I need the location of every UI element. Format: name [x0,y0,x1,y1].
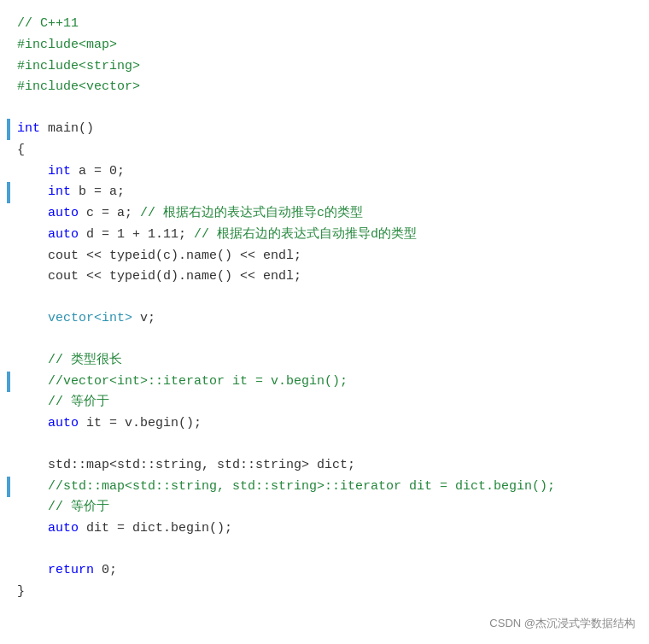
line-text: //vector<int>::iterator it = v.begin(); [17,372,348,393]
code-line: // 类型很长 [7,350,635,372]
line-text: auto dit = dict.begin(); [17,518,232,540]
code-line: auto it = v.begin(); [7,413,635,435]
code-container: // C++11#include<map>#include<string>#in… [0,0,649,644]
code-line [7,98,635,119]
code-line [7,540,635,560]
line-text: // C++11 [17,14,79,35]
code-line: //std::map<std::string, std::string>::it… [7,477,635,498]
code-block: // C++11#include<map>#include<string>#in… [0,9,649,607]
code-line: cout << typeid(d).name() << endl; [7,266,635,288]
line-text: int a = 0; [17,161,125,183]
line-text: cout << typeid(c).name() << endl; [17,246,301,267]
line-text: cout << typeid(d).name() << endl; [17,266,301,288]
code-line [7,435,635,455]
line-indicator [7,182,10,203]
code-line: int b = a; [7,182,635,203]
code-line: auto dit = dict.begin(); [7,518,635,540]
code-line [7,288,635,308]
line-text: auto d = 1 + 1.11; // 根据右边的表达式自动推导d的类型 [17,225,417,246]
code-line: #include<string> [7,56,635,78]
code-line: return 0; [7,560,635,582]
line-text: vector<int> v; [17,308,155,330]
line-indicator [7,372,10,393]
line-text: } [17,582,25,603]
line-indicator [7,477,10,498]
code-line: int main() [7,119,635,140]
code-line: // 等价于 [7,392,635,413]
code-line: // C++11 [7,14,635,35]
line-text: std::map<std::string, std::string> dict; [17,455,355,477]
line-indicator [7,119,10,140]
line-text: int b = a; [17,182,125,203]
line-text: // 类型很长 [17,350,122,372]
code-line: #include<map> [7,35,635,56]
line-text: // 等价于 [17,392,109,413]
code-line: std::map<std::string, std::string> dict; [7,455,635,477]
code-line: vector<int> v; [7,308,635,330]
line-text: #include<map> [17,35,117,56]
code-line: auto c = a; // 根据右边的表达式自动推导c的类型 [7,203,635,225]
line-text: #include<string> [17,56,140,78]
watermark: CSDN @杰沉浸式学数据结构 [489,614,635,632]
line-text: #include<vector> [17,77,140,98]
line-text: int main() [17,119,94,140]
line-text: { [17,140,25,161]
code-line: int a = 0; [7,161,635,183]
code-line: { [7,140,635,161]
code-line: auto d = 1 + 1.11; // 根据右边的表达式自动推导d的类型 [7,225,635,246]
code-line: //vector<int>::iterator it = v.begin(); [7,372,635,393]
line-text: auto c = a; // 根据右边的表达式自动推导c的类型 [17,203,363,225]
code-line: } [7,582,635,603]
line-text: // 等价于 [17,497,109,518]
line-text: return 0; [17,560,117,582]
code-line: // 等价于 [7,497,635,518]
code-line [7,330,635,350]
line-text: //std::map<std::string, std::string>::it… [17,477,555,498]
line-text: auto it = v.begin(); [17,413,202,435]
code-line: #include<vector> [7,77,635,98]
code-line: cout << typeid(c).name() << endl; [7,246,635,267]
